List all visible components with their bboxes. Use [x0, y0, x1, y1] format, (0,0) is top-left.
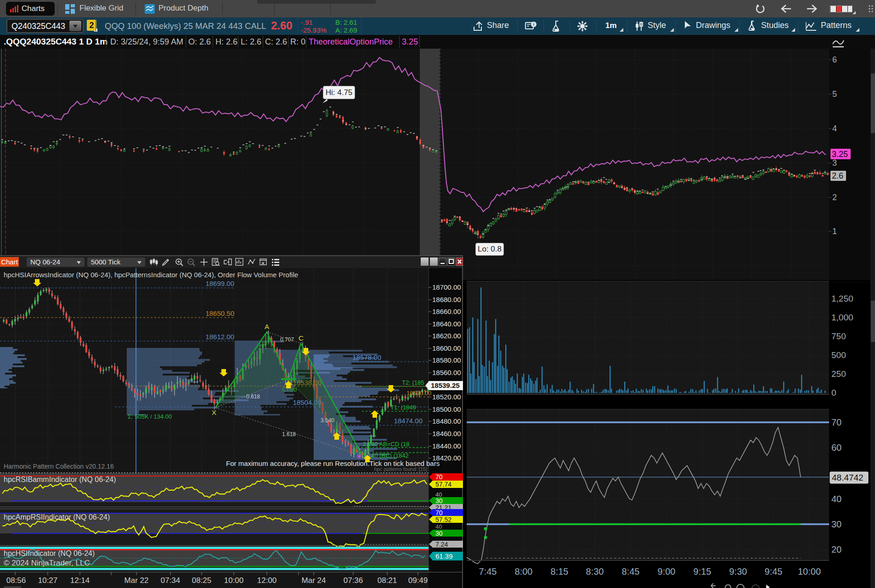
- svg-text:T2: (185: T2: (185: [402, 379, 424, 386]
- svg-text:9:00: 9:00: [658, 566, 676, 577]
- svg-text:5: 5: [832, 90, 837, 99]
- svg-text:18612.00: 18612.00: [205, 333, 234, 341]
- svg-text:8:30: 8:30: [586, 566, 604, 577]
- svg-text:08:56: 08:56: [6, 576, 26, 585]
- svg-text:70: 70: [435, 473, 443, 481]
- svg-text:18640.00: 18640.00: [432, 320, 461, 328]
- svg-text:12:14: 12:14: [70, 576, 90, 585]
- svg-text:12:00: 12:00: [257, 576, 277, 585]
- svg-text:Mar 22: Mar 22: [124, 576, 149, 585]
- svg-text:30: 30: [435, 530, 443, 537]
- svg-text:3.140: 3.140: [321, 417, 334, 424]
- svg-text:10:00: 10:00: [798, 566, 821, 577]
- svg-text:0.707: 0.707: [280, 336, 294, 343]
- svg-text:18480.00: 18480.00: [432, 417, 461, 425]
- svg-text:1.618: 1.618: [282, 431, 296, 437]
- svg-text:20: 20: [831, 544, 841, 554]
- svg-text:hpcHSIIndicator (NQ 06-24): hpcHSIIndicator (NQ 06-24): [4, 549, 95, 557]
- svg-text:Mar 24: Mar 24: [302, 576, 326, 585]
- svg-text:18440.00: 18440.00: [432, 442, 461, 450]
- svg-text:18420.00: 18420.00: [432, 454, 461, 462]
- svg-text:18700.00: 18700.00: [432, 283, 461, 291]
- svg-text:30: 30: [831, 519, 841, 529]
- svg-text:hpcHSIArrowsIndicator (NQ 06-2: hpcHSIArrowsIndicator (NQ 06-24), hpcPat…: [4, 271, 298, 279]
- svg-text:3.25: 3.25: [832, 150, 848, 159]
- svg-text:70: 70: [435, 509, 443, 516]
- svg-text:07:36: 07:36: [344, 576, 363, 585]
- svg-text:2.6: 2.6: [832, 171, 843, 180]
- svg-text:18460.00: 18460.00: [432, 430, 461, 437]
- svg-text:18660.00: 18660.00: [432, 308, 461, 315]
- svg-text:18680.00: 18680.00: [432, 296, 461, 303]
- svg-text:750: 750: [831, 331, 846, 341]
- svg-text:18600.00: 18600.00: [432, 344, 461, 352]
- svg-text:1,250: 1,250: [831, 294, 853, 303]
- svg-text:08:21: 08:21: [378, 576, 397, 585]
- svg-text:Harmonic Pattern Collection v2: Harmonic Pattern Collection v20.12.16: [4, 463, 114, 470]
- svg-text:18578.00: 18578.00: [352, 353, 381, 361]
- svg-text:10:27: 10:27: [38, 576, 58, 585]
- svg-text:0.618: 0.618: [246, 393, 260, 400]
- svg-text:18474.00: 18474.00: [394, 417, 423, 425]
- svg-text:10:00: 10:00: [224, 576, 244, 585]
- svg-text:18580.00: 18580.00: [432, 356, 461, 364]
- svg-text:8:00: 8:00: [515, 566, 533, 577]
- svg-text:4: 4: [832, 124, 837, 133]
- svg-text:hpcAmpRSIIndicator (NQ 06-24): hpcAmpRSIIndicator (NQ 06-24): [4, 513, 110, 521]
- svg-text:30: 30: [435, 497, 443, 504]
- svg-text:X: X: [212, 409, 216, 416]
- svg-text:61.39: 61.39: [435, 552, 453, 560]
- svg-text:1,000: 1,000: [831, 313, 853, 322]
- svg-text:57.52: 57.52: [435, 516, 452, 523]
- svg-text:48.4742: 48.4742: [832, 473, 864, 482]
- svg-text:6: 6: [832, 55, 837, 64]
- svg-text:18699.00: 18699.00: [205, 280, 234, 287]
- svg-text:18620.00: 18620.00: [432, 332, 461, 340]
- svg-text:3: 3: [832, 158, 837, 168]
- svg-text:i: i: [533, 22, 535, 27]
- svg-text:T1: (1849: T1: (1849: [390, 404, 416, 411]
- svg-text:9:15: 9:15: [694, 566, 711, 577]
- svg-text:250: 250: [831, 369, 846, 379]
- svg-text:9:45: 9:45: [765, 566, 783, 577]
- svg-text:Σ: 505K / 134.00: Σ: 505K / 134.00: [128, 413, 172, 420]
- svg-text:18560.00: 18560.00: [432, 369, 461, 376]
- svg-text:0: 0: [831, 388, 836, 398]
- svg-text:1: 1: [832, 227, 837, 236]
- svg-text:C: C: [299, 334, 304, 342]
- svg-text:9:30: 9:30: [729, 566, 747, 577]
- svg-text:A: A: [265, 323, 269, 330]
- svg-text:60: 60: [831, 442, 841, 453]
- svg-text:70: 70: [831, 417, 841, 427]
- svg-text:7:45: 7:45: [479, 566, 497, 577]
- svg-text:hpcRSIBammIndicator (NQ 06-24): hpcRSIBammIndicator (NQ 06-24): [4, 476, 116, 483]
- svg-text:18520.00: 18520.00: [406, 390, 431, 397]
- svg-text:2.240 AB=CD (18: 2.240 AB=CD (18: [363, 441, 410, 448]
- svg-text:40: 40: [831, 494, 841, 504]
- svg-text:57.74: 57.74: [435, 481, 452, 488]
- svg-text:2: 2: [832, 193, 837, 202]
- svg-text:18520.00: 18520.00: [432, 393, 461, 401]
- svg-text:18650.50: 18650.50: [205, 309, 234, 317]
- svg-text:7.24: 7.24: [435, 541, 448, 548]
- svg-text:8:15: 8:15: [551, 566, 569, 577]
- svg-text:09:49: 09:49: [408, 576, 428, 585]
- svg-text:hpc patterns found: [15]: hpc patterns found: [15]: [374, 466, 427, 472]
- svg-text:08:25: 08:25: [192, 576, 212, 585]
- svg-text:07:34: 07:34: [161, 576, 181, 585]
- svg-text:18539.25: 18539.25: [431, 381, 460, 389]
- svg-text:500: 500: [831, 350, 846, 360]
- svg-text:© 2024 NinjaTrader, LLC: © 2024 NinjaTrader, LLC: [4, 559, 90, 567]
- svg-text:8:45: 8:45: [622, 566, 640, 577]
- svg-text:18500.00: 18500.00: [432, 405, 461, 413]
